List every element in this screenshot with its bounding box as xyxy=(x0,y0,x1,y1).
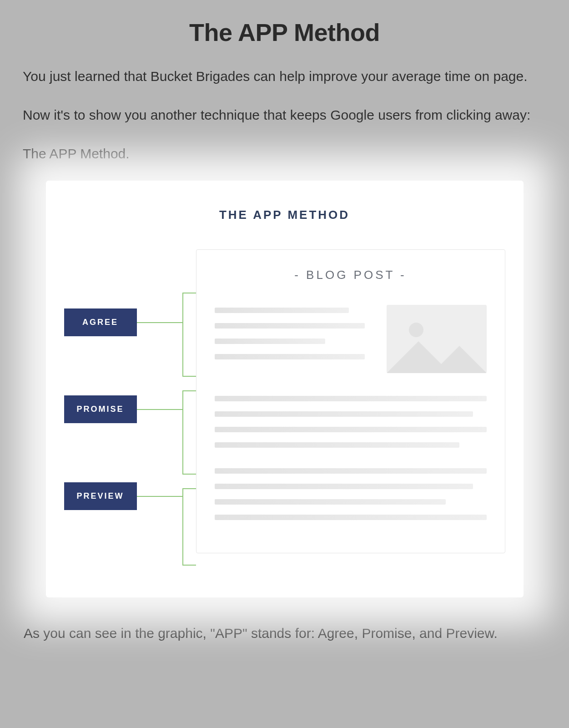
bracket-agree xyxy=(182,293,196,377)
paragraph-intro-1: You just learned that Bucket Brigades ca… xyxy=(23,65,546,88)
svg-point-0 xyxy=(409,323,423,337)
text-line-placeholder xyxy=(215,339,326,344)
app-method-graphic: THE APP METHOD AGREE PROMISE PREVIEW - B… xyxy=(46,181,524,597)
paragraph-intro-2: Now it's to show you another technique t… xyxy=(23,103,546,126)
blog-post-label: - BLOG POST - xyxy=(215,268,487,282)
image-placeholder-icon xyxy=(387,305,487,373)
text-line-placeholder xyxy=(215,427,487,432)
label-preview: PREVIEW xyxy=(64,482,137,510)
text-line-placeholder xyxy=(215,308,349,313)
text-line-placeholder xyxy=(215,411,473,417)
text-line-placeholder xyxy=(215,323,365,329)
label-row-preview: PREVIEW xyxy=(64,482,182,510)
blog-section-preview xyxy=(215,468,487,520)
diagram: AGREE PROMISE PREVIEW - BLOG POST - xyxy=(64,249,505,566)
bracket-preview xyxy=(182,488,196,566)
graphic-title: THE APP METHOD xyxy=(64,208,505,222)
text-line-placeholder xyxy=(215,515,487,520)
text-line-placeholder xyxy=(215,499,446,505)
connector-line xyxy=(137,496,182,497)
label-row-agree: AGREE xyxy=(64,308,182,336)
text-line-placeholder xyxy=(215,354,365,359)
text-line-placeholder xyxy=(215,396,487,401)
page-heading: The APP Method xyxy=(23,18,546,46)
text-line-placeholder xyxy=(215,442,459,448)
text-line-placeholder xyxy=(215,484,473,489)
label-row-promise: PROMISE xyxy=(64,395,182,423)
connector-line xyxy=(137,409,182,410)
blog-section-agree xyxy=(215,305,487,373)
text-line-placeholder xyxy=(215,468,487,474)
connector-line xyxy=(137,322,182,323)
blog-post-card: - BLOG POST - xyxy=(196,249,505,553)
paragraph-closing: As you can see in the graphic, "APP" sta… xyxy=(23,622,546,644)
paragraph-intro-3: The APP Method. xyxy=(23,142,546,165)
label-promise: PROMISE xyxy=(64,395,137,423)
bracket-promise xyxy=(182,390,196,475)
label-agree: AGREE xyxy=(64,308,137,336)
bracket-column xyxy=(182,249,196,566)
text-lines xyxy=(215,305,373,373)
blog-section-promise xyxy=(215,396,487,448)
labels-column: AGREE PROMISE PREVIEW xyxy=(64,249,182,510)
